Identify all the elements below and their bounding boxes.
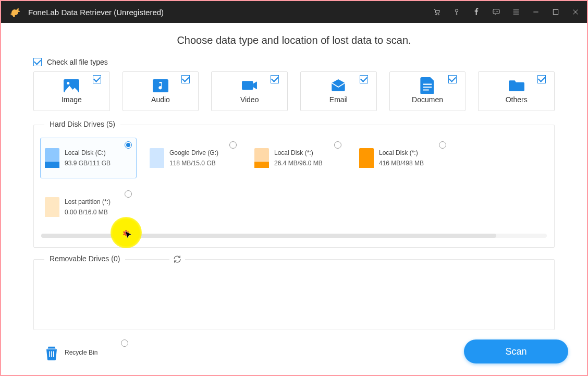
filetype-card-others[interactable]: Others: [478, 71, 555, 111]
drive-size: 26.4 MB/96.0 MB: [274, 158, 323, 168]
feedback-icon[interactable]: [492, 8, 500, 16]
drive-card[interactable]: Local Disk (*:)26.4 MB/96.0 MB: [250, 138, 346, 178]
removable-group: Removable Drives (0): [33, 259, 555, 330]
drive-size: 118 MB/15.0 GB: [169, 158, 218, 168]
drive-size: 93.9 GB/111 GB: [65, 158, 111, 168]
filetype-card-image[interactable]: Image: [33, 71, 110, 111]
drive-radio[interactable]: [439, 141, 446, 149]
filetype-image-label: Image: [62, 95, 82, 104]
drive-text: Local Disk (*:)26.4 MB/96.0 MB: [274, 148, 323, 169]
recycle-bin-radio[interactable]: [121, 339, 128, 347]
filetype-email-checkbox[interactable]: [360, 75, 368, 83]
filetype-image-checkbox[interactable]: [93, 75, 101, 83]
minimize-button[interactable]: [532, 8, 540, 16]
drive-card[interactable]: Lost partition (*:)0.00 B/16.0 MB: [40, 187, 137, 227]
drive-text: Google Drive (G:)118 MB/15.0 GB: [169, 148, 218, 169]
drive-radio[interactable]: [334, 141, 341, 149]
filetype-card-audio[interactable]: Audio: [123, 71, 199, 111]
drive-radio[interactable]: [125, 141, 132, 149]
app-window: FoneLab Data Retriever (Unregistered) Ch…: [0, 0, 588, 376]
refresh-button[interactable]: [169, 254, 185, 266]
drive-icon: [45, 148, 59, 168]
cart-icon[interactable]: [433, 8, 441, 16]
svg-point-9: [67, 82, 70, 84]
filetype-video-checkbox[interactable]: [271, 75, 279, 83]
filetype-document-label: Documen: [412, 95, 443, 104]
drive-name: Local Disk (*:): [274, 148, 323, 158]
hdd-scrollbar[interactable]: [41, 234, 547, 238]
drive-name: Local Disk (*:): [379, 148, 424, 158]
drive-size: 0.00 B/16.0 MB: [65, 207, 111, 217]
drive-card[interactable]: Google Drive (G:)118 MB/15.0 GB: [145, 138, 241, 178]
svg-point-5: [496, 11, 496, 11]
close-button[interactable]: [571, 8, 580, 16]
filetype-audio-checkbox[interactable]: [181, 75, 190, 83]
filetype-document-checkbox[interactable]: [448, 75, 457, 83]
scan-button-label: Scan: [505, 346, 526, 357]
drive-card[interactable]: Local Disk (*:)416 MB/498 MB: [354, 138, 451, 178]
drive-text: Local Disk (*:)416 MB/498 MB: [379, 148, 424, 169]
removable-group-title: Removable Drives (0): [44, 254, 125, 263]
trash-icon: [44, 345, 59, 360]
drive-radio[interactable]: [229, 141, 237, 149]
filetype-others-label: Others: [506, 95, 528, 104]
video-icon: [242, 79, 258, 92]
filetype-audio-label: Audio: [151, 95, 170, 104]
page-heading: Choose data type and location of lost da…: [33, 34, 555, 46]
page-body: Choose data type and location of lost da…: [1, 23, 587, 375]
check-all-row[interactable]: Check all file types: [33, 58, 555, 66]
hdd-group-title: Hard Disk Drives (5): [44, 120, 120, 128]
image-icon: [64, 79, 79, 92]
folder-icon: [509, 79, 524, 92]
svg-point-2: [455, 9, 458, 12]
svg-point-6: [497, 11, 498, 11]
check-all-label: Check all file types: [47, 58, 108, 66]
filetype-video-label: Video: [240, 95, 259, 104]
drive-size: 416 MB/498 MB: [379, 158, 424, 168]
drive-icon: [359, 148, 374, 168]
scan-button[interactable]: Scan: [464, 339, 568, 363]
audio-icon: [153, 79, 168, 92]
title-bar-actions: [433, 8, 580, 16]
app-logo-icon: [8, 6, 21, 18]
document-icon: [420, 79, 435, 92]
svg-rect-7: [553, 9, 558, 14]
removable-body: [40, 272, 548, 320]
svg-point-4: [495, 11, 495, 11]
drive-name: Lost partition (*:): [65, 197, 111, 207]
title-bar: FoneLab Data Retriever (Unregistered): [1, 1, 587, 23]
drive-name: Google Drive (G:): [169, 148, 218, 158]
drive-icon: [45, 197, 59, 217]
svg-point-0: [436, 14, 437, 15]
drive-text: Lost partition (*:)0.00 B/16.0 MB: [65, 197, 111, 218]
filetype-email-label: Email: [329, 95, 348, 104]
hdd-group: Hard Disk Drives (5) Local Disk (C:)93.9…: [33, 125, 555, 248]
key-icon[interactable]: [452, 8, 461, 16]
facebook-icon[interactable]: [472, 8, 481, 16]
drive-card[interactable]: Local Disk (C:)93.9 GB/111 GB: [40, 138, 137, 178]
filetype-others-checkbox[interactable]: [537, 75, 546, 83]
recycle-bin-label: Recycle Bin: [65, 349, 97, 356]
filetype-row: Image Audio Video Email Documen: [33, 71, 555, 111]
svg-rect-10: [153, 79, 168, 92]
drive-name: Local Disk (C:): [65, 148, 111, 158]
check-all-checkbox[interactable]: [33, 58, 42, 66]
filetype-card-email[interactable]: Email: [300, 71, 377, 111]
maximize-button[interactable]: [552, 8, 560, 16]
drive-icon: [254, 148, 269, 168]
hdd-row: Local Disk (C:)93.9 GB/111 GBGoogle Driv…: [40, 138, 548, 227]
filetype-card-video[interactable]: Video: [211, 71, 288, 111]
email-icon: [330, 79, 346, 92]
menu-icon[interactable]: [512, 8, 520, 16]
filetype-card-document[interactable]: Documen: [389, 71, 466, 111]
app-title: FoneLab Data Retriever (Unregistered): [28, 8, 433, 17]
drive-radio[interactable]: [125, 190, 132, 198]
drive-text: Local Disk (C:)93.9 GB/111 GB: [65, 148, 111, 169]
svg-point-1: [438, 14, 439, 15]
drive-icon: [150, 148, 164, 168]
svg-rect-11: [242, 81, 253, 90]
